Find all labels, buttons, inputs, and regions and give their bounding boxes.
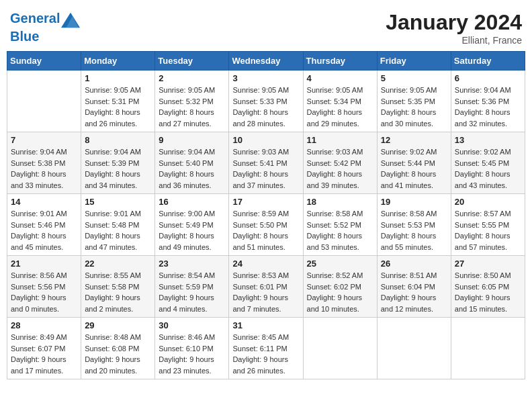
calendar-cell [451,318,525,379]
day-number: 13 [455,135,521,145]
calendar-cell: 21Sunrise: 8:56 AMSunset: 5:56 PMDayligh… [7,256,81,318]
day-info: Sunrise: 9:00 AMSunset: 5:49 PMDaylight:… [159,208,225,253]
day-info: Sunrise: 8:59 AMSunset: 5:50 PMDaylight:… [232,208,299,253]
day-number: 10 [232,135,299,145]
calendar-cell: 14Sunrise: 9:01 AMSunset: 5:46 PMDayligh… [7,194,81,256]
day-info: Sunrise: 9:02 AMSunset: 5:44 PMDaylight:… [381,146,447,191]
calendar-cell: 27Sunrise: 8:50 AMSunset: 6:05 PMDayligh… [451,256,525,318]
calendar-cell: 22Sunrise: 8:55 AMSunset: 5:58 PMDayligh… [81,256,155,318]
calendar-cell: 8Sunrise: 9:04 AMSunset: 5:39 PMDaylight… [81,132,155,194]
calendar-cell: 5Sunrise: 9:05 AMSunset: 5:35 PMDaylight… [377,71,451,132]
day-number: 18 [307,197,373,207]
calendar-cell: 7Sunrise: 9:04 AMSunset: 5:38 PMDaylight… [7,132,81,194]
day-number: 29 [85,320,151,330]
calendar-cell: 4Sunrise: 9:05 AMSunset: 5:34 PMDaylight… [303,71,377,132]
day-info: Sunrise: 8:46 AMSunset: 6:10 PMDaylight:… [159,332,225,376]
day-number: 1 [85,73,151,83]
day-number: 30 [159,320,225,330]
day-info: Sunrise: 8:55 AMSunset: 5:58 PMDaylight:… [85,270,151,314]
day-info: Sunrise: 9:05 AMSunset: 5:34 PMDaylight:… [307,85,373,129]
day-info: Sunrise: 8:48 AMSunset: 6:08 PMDaylight:… [85,332,151,376]
day-number: 6 [455,73,521,83]
day-info: Sunrise: 8:45 AMSunset: 6:11 PMDaylight:… [232,332,299,376]
day-info: Sunrise: 9:04 AMSunset: 5:36 PMDaylight:… [455,85,521,129]
day-number: 26 [381,259,447,269]
day-number: 2 [159,73,225,83]
day-number: 23 [159,259,225,269]
calendar-cell: 1Sunrise: 9:05 AMSunset: 5:31 PMDaylight… [81,71,155,132]
day-info: Sunrise: 9:01 AMSunset: 5:48 PMDaylight:… [85,208,151,253]
calendar-week-row: 7Sunrise: 9:04 AMSunset: 5:38 PMDaylight… [7,132,525,194]
calendar-table: SundayMondayTuesdayWednesdayThursdayFrid… [7,51,525,379]
calendar-cell: 6Sunrise: 9:04 AMSunset: 5:36 PMDaylight… [451,71,525,132]
col-header-thursday: Thursday [303,52,377,71]
day-info: Sunrise: 8:50 AMSunset: 6:05 PMDaylight:… [455,270,521,314]
day-info: Sunrise: 8:52 AMSunset: 6:02 PMDaylight:… [307,270,373,314]
calendar-cell: 23Sunrise: 8:54 AMSunset: 5:59 PMDayligh… [155,256,229,318]
day-info: Sunrise: 8:54 AMSunset: 5:59 PMDaylight:… [159,270,225,314]
calendar-cell: 15Sunrise: 9:01 AMSunset: 5:48 PMDayligh… [81,194,155,256]
calendar-cell: 20Sunrise: 8:57 AMSunset: 5:55 PMDayligh… [451,194,525,256]
day-info: Sunrise: 9:03 AMSunset: 5:42 PMDaylight:… [307,146,373,191]
day-number: 14 [11,197,77,207]
day-info: Sunrise: 9:04 AMSunset: 5:39 PMDaylight:… [85,146,151,191]
day-number: 12 [381,135,447,145]
calendar-cell: 24Sunrise: 8:53 AMSunset: 6:01 PMDayligh… [229,256,303,318]
day-info: Sunrise: 9:02 AMSunset: 5:45 PMDaylight:… [455,146,521,191]
day-info: Sunrise: 9:04 AMSunset: 5:40 PMDaylight:… [159,146,225,191]
day-number: 24 [232,259,299,269]
day-number: 17 [232,197,299,207]
calendar-cell: 16Sunrise: 9:00 AMSunset: 5:49 PMDayligh… [155,194,229,256]
day-number: 4 [307,73,373,83]
day-info: Sunrise: 9:01 AMSunset: 5:46 PMDaylight:… [11,208,77,253]
col-header-wednesday: Wednesday [229,52,303,71]
calendar-cell: 25Sunrise: 8:52 AMSunset: 6:02 PMDayligh… [303,256,377,318]
day-number: 25 [307,259,373,269]
day-info: Sunrise: 9:03 AMSunset: 5:41 PMDaylight:… [232,146,299,191]
day-info: Sunrise: 8:58 AMSunset: 5:53 PMDaylight:… [381,208,447,253]
calendar-cell: 17Sunrise: 8:59 AMSunset: 5:50 PMDayligh… [229,194,303,256]
month-title: January 2024 [386,10,522,35]
day-info: Sunrise: 8:56 AMSunset: 5:56 PMDaylight:… [11,270,77,314]
calendar-cell: 13Sunrise: 9:02 AMSunset: 5:45 PMDayligh… [451,132,525,194]
day-info: Sunrise: 8:58 AMSunset: 5:52 PMDaylight:… [307,208,373,253]
col-header-friday: Friday [377,52,451,71]
col-header-tuesday: Tuesday [155,52,229,71]
day-number: 3 [232,73,299,83]
day-info: Sunrise: 8:53 AMSunset: 6:01 PMDaylight:… [232,270,299,314]
logo: General Blue [10,10,80,44]
day-number: 5 [381,73,447,83]
location: Elliant, France [386,35,522,46]
day-number: 19 [381,197,447,207]
day-number: 9 [159,135,225,145]
day-info: Sunrise: 9:05 AMSunset: 5:33 PMDaylight:… [232,85,299,129]
day-number: 8 [85,135,151,145]
col-header-monday: Monday [81,52,155,71]
calendar-cell: 3Sunrise: 9:05 AMSunset: 5:33 PMDaylight… [229,71,303,132]
calendar-cell [377,318,451,379]
day-number: 16 [159,197,225,207]
day-number: 31 [232,320,299,330]
calendar-cell: 9Sunrise: 9:04 AMSunset: 5:40 PMDaylight… [155,132,229,194]
calendar-header-row: SundayMondayTuesdayWednesdayThursdayFrid… [7,52,525,71]
calendar-cell: 28Sunrise: 8:49 AMSunset: 6:07 PMDayligh… [7,318,81,379]
calendar-cell [7,71,81,132]
calendar-week-row: 21Sunrise: 8:56 AMSunset: 5:56 PMDayligh… [7,256,525,318]
calendar-cell [303,318,377,379]
day-number: 27 [455,259,521,269]
day-number: 22 [85,259,151,269]
calendar-cell: 18Sunrise: 8:58 AMSunset: 5:52 PMDayligh… [303,194,377,256]
logo-text: General Blue [10,10,80,44]
logo-icon [61,10,80,29]
calendar-week-row: 1Sunrise: 9:05 AMSunset: 5:31 PMDaylight… [7,71,525,132]
day-info: Sunrise: 9:05 AMSunset: 5:31 PMDaylight:… [85,85,151,129]
calendar-cell: 19Sunrise: 8:58 AMSunset: 5:53 PMDayligh… [377,194,451,256]
day-number: 20 [455,197,521,207]
day-number: 15 [85,197,151,207]
day-info: Sunrise: 9:05 AMSunset: 5:32 PMDaylight:… [159,85,225,129]
calendar-body: 1Sunrise: 9:05 AMSunset: 5:31 PMDaylight… [7,71,525,379]
day-number: 11 [307,135,373,145]
col-header-saturday: Saturday [451,52,525,71]
day-info: Sunrise: 9:04 AMSunset: 5:38 PMDaylight:… [11,146,77,191]
day-info: Sunrise: 8:51 AMSunset: 6:04 PMDaylight:… [381,270,447,314]
